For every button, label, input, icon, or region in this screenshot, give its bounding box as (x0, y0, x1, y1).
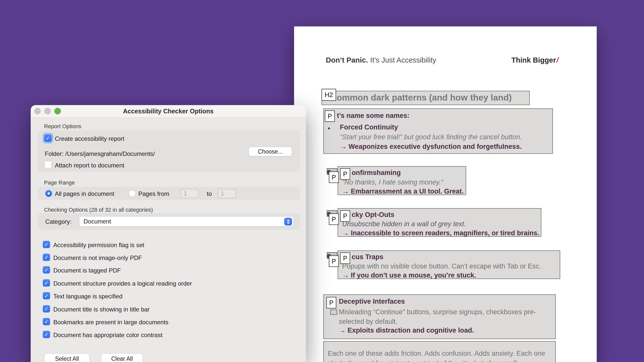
check-row-label: Document has appropriate color contrast (53, 332, 163, 339)
check-row-label: Text language is specified (53, 293, 123, 300)
p-tag-label: P (340, 168, 350, 180)
create-report-label: Create accessibility report (55, 135, 124, 142)
chevron-up-icon (287, 219, 290, 221)
page-to-input[interactable]: 1 (218, 189, 236, 198)
header-title-bold: Don’t Panic. (326, 56, 368, 64)
check-row-label: Document structure provides a logical re… (53, 280, 192, 287)
all-pages-radio[interactable] (45, 190, 52, 197)
tagged-heading-block: H2 ommon dark patterns (and how they lan… (321, 91, 530, 105)
outer-tag-cluster: P (325, 210, 341, 227)
check-icon: ✓ (44, 319, 49, 325)
outer-tag-cluster: P (325, 168, 341, 185)
tagged-paragraph-block-names: P t’s name some names: ● Forced Continui… (323, 108, 553, 154)
minimize-window-button[interactable] (44, 108, 51, 114)
check-row-checkbox[interactable]: ✓ (43, 266, 50, 274)
p-tag-label: P (329, 213, 339, 225)
check-icon: ✓ (44, 254, 49, 260)
p-tag-label: P (329, 255, 339, 267)
all-pages-label: All pages in document (55, 190, 114, 197)
pattern-quote: “No thanks, I hate saving money.” (342, 178, 443, 186)
page-range-section: All pages in document Pages from 1 to 1 (38, 187, 300, 200)
window-controls (34, 108, 61, 114)
check-row-checkbox[interactable]: ✓ (43, 241, 50, 248)
check-icon: ✓ (44, 242, 49, 248)
p-tag-label: P (326, 297, 336, 308)
tag-anchor-stub (330, 309, 337, 315)
pages-from-radio[interactable] (129, 190, 136, 197)
check-row-label: Document is tagged PDF (53, 267, 121, 274)
think-bigger-logo: Think Bigger/ (511, 56, 558, 64)
pattern-desc: Popups with no visible close button. Can… (342, 262, 541, 270)
page-range-section-label: Page Range (44, 179, 75, 186)
pattern-impact: → Embarrassment as a UI tool. Great. (342, 188, 464, 195)
attach-report-label: Attach report to document (55, 162, 124, 169)
page-from-input[interactable]: 1 (181, 189, 199, 198)
create-report-checkbox[interactable]: ✓ (44, 134, 52, 142)
category-dropdown[interactable]: Document (79, 216, 294, 227)
p-tag-label: P (329, 171, 339, 183)
check-row-label: Document title is showing in title bar (53, 306, 150, 313)
bullet-icon: ● (328, 125, 330, 131)
category-section: Category: Document (38, 213, 300, 230)
tagged-paragraph-block-confirmshaming: P onfirmshaming “No thanks, I hate savin… (338, 166, 466, 195)
pattern-impact: → If you don’t use a mouse, you’re stuck… (342, 272, 476, 279)
tagged-paragraph-block-deceptive: P Deceptive Interfaces Misleading “Conti… (323, 294, 556, 339)
chevron-down-icon (287, 222, 290, 224)
logo-slash-icon: / (556, 56, 558, 64)
tagged-paragraph-block-closing: Each one of these adds friction. Adds co… (323, 341, 556, 362)
p-tag-label: P (340, 252, 350, 264)
report-options-section-label: Report Options (44, 123, 81, 130)
document-header: Don’t Panic.It’s Just Accessibility Thin… (326, 56, 558, 64)
pattern-desc: Unsubscribe hidden in a wall of grey tex… (342, 220, 466, 228)
p-tag-label: P (325, 110, 335, 122)
zoom-window-button[interactable] (54, 108, 61, 114)
check-icon: ✓ (44, 332, 49, 338)
pattern-desc: Misleading “Continue” buttons, surprise … (339, 307, 555, 326)
section-heading-text: ommon dark patterns (and how they land) (337, 93, 512, 103)
dialog-title-bar[interactable]: Accessibility Checker Options (31, 105, 306, 118)
tagged-paragraph-block-focustraps: P cus Traps Popups with no visible close… (338, 250, 560, 279)
check-row-checkbox[interactable]: ✓ (43, 331, 50, 338)
category-label: Category: (45, 218, 71, 225)
up-down-chevrons-icon (284, 218, 292, 225)
pdf-document-page: Don’t Panic.It’s Just Accessibility Thin… (294, 26, 597, 362)
check-row-checkbox[interactable]: ✓ (43, 305, 50, 312)
check-row-checkbox[interactable]: ✓ (43, 292, 50, 299)
check-row-label: Bookmarks are present in large documents (53, 319, 169, 326)
pattern-impact: → Inaccessible to screen readers, magnif… (342, 229, 539, 237)
pattern-quote: “Start your free trial!” but good luck f… (340, 133, 522, 141)
check-row-label: Accessibility permission flag is set (53, 242, 144, 249)
folder-path-label: Folder: /Users/jamesgraham/Documents/ (45, 150, 155, 157)
check-row-checkbox[interactable]: ✓ (43, 318, 50, 325)
check-icon: ✓ (44, 306, 49, 312)
pattern-title: Deceptive Interfaces (339, 298, 405, 305)
select-all-button[interactable]: Select All (44, 353, 90, 362)
check-row-checkbox[interactable]: ✓ (43, 254, 50, 261)
closing-paragraph: Each one of these adds friction. Adds co… (328, 349, 551, 362)
check-icon: ✓ (44, 267, 49, 273)
outer-tag-cluster: P (325, 252, 341, 269)
checking-options-section-label: Checking Options (28 of 32 in all catego… (44, 207, 153, 213)
h2-tag-label: H2 (321, 89, 336, 101)
paragraph-lead: t’s name some names: (337, 112, 410, 120)
close-window-button[interactable] (34, 108, 41, 114)
pattern-title: onfirmshaming (352, 169, 401, 177)
check-icon: ✓ (44, 293, 49, 299)
clear-all-button[interactable]: Clear All (101, 353, 143, 362)
report-options-section: ✓ Create accessibility report Folder: /U… (38, 130, 300, 172)
logo-text: Think Bigger (511, 56, 556, 64)
to-label: to (207, 190, 212, 197)
check-row-checkbox[interactable]: ✓ (43, 279, 50, 287)
document-header-title: Don’t Panic.It’s Just Accessibility (326, 56, 436, 64)
pattern-title: Forced Continuity (340, 123, 398, 131)
choose-folder-button[interactable]: Choose... (249, 147, 292, 156)
tagged-paragraph-block-optouts: P cky Opt-Outs Unsubscribe hidden in a w… (338, 208, 541, 237)
check-icon: ✓ (44, 280, 49, 286)
header-title-rest: It’s Just Accessibility (370, 56, 436, 64)
attach-report-checkbox[interactable] (44, 161, 52, 168)
pattern-impact: → Exploits distraction and cognitive loa… (339, 327, 474, 334)
p-tag-label: P (340, 210, 350, 222)
pages-from-label: Pages from (138, 190, 169, 197)
accessibility-checker-options-dialog: Accessibility Checker Options Report Opt… (31, 105, 306, 362)
check-icon: ✓ (46, 135, 50, 141)
